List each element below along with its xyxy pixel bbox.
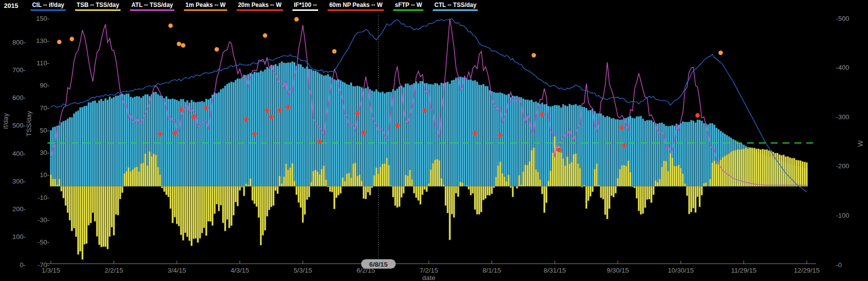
- tsb-bar[interactable]: [386, 158, 387, 187]
- tsb-bar[interactable]: [124, 173, 125, 186]
- tsb-bar[interactable]: [69, 187, 71, 221]
- tsb-bar[interactable]: [716, 164, 717, 187]
- ctl-bar[interactable]: [634, 118, 635, 186]
- tsb-bar[interactable]: [153, 153, 155, 186]
- tsb-bar[interactable]: [419, 187, 421, 205]
- ctl-bar[interactable]: [688, 122, 690, 187]
- tsb-bar[interactable]: [795, 160, 797, 187]
- tsb-bar[interactable]: [581, 187, 583, 187]
- ctl-bar[interactable]: [609, 117, 610, 186]
- tsb-bar[interactable]: [545, 187, 547, 203]
- tsb-bar[interactable]: [779, 154, 780, 186]
- tsb-bar[interactable]: [655, 181, 656, 187]
- ctl-bar[interactable]: [306, 67, 308, 187]
- tsb-bar[interactable]: [145, 154, 146, 187]
- tsb-bar[interactable]: [58, 179, 60, 187]
- ctl-bar[interactable]: [348, 85, 350, 187]
- tsb-bar[interactable]: [369, 187, 371, 195]
- ctl-bar[interactable]: [212, 95, 213, 187]
- tsb-bar[interactable]: [709, 179, 711, 187]
- ctl-bar[interactable]: [67, 119, 68, 186]
- tsb-bar[interactable]: [315, 170, 316, 187]
- ctl-bar[interactable]: [445, 83, 446, 187]
- ctl-bar[interactable]: [373, 92, 375, 187]
- tsb-bar[interactable]: [220, 187, 222, 205]
- tsb-bar[interactable]: [155, 155, 157, 187]
- tsb-bar[interactable]: [165, 187, 167, 195]
- tsb-bar[interactable]: [466, 185, 467, 186]
- tsb-bar[interactable]: [718, 162, 719, 187]
- ctl-bar[interactable]: [251, 74, 253, 187]
- tsb-bar[interactable]: [567, 156, 568, 186]
- ctl-bar[interactable]: [243, 75, 245, 186]
- peak-dot-1m[interactable]: [177, 42, 181, 46]
- tsb-bar[interactable]: [105, 187, 106, 247]
- ctl-bar[interactable]: [273, 65, 274, 187]
- tsb-bar[interactable]: [680, 168, 681, 187]
- ctl-bar[interactable]: [466, 79, 467, 186]
- ctl-bar[interactable]: [262, 72, 264, 187]
- tsb-bar[interactable]: [399, 187, 400, 207]
- tsb-bar[interactable]: [384, 163, 385, 186]
- tsb-bar[interactable]: [96, 187, 98, 236]
- tsb-bar[interactable]: [470, 187, 471, 195]
- ctl-bar[interactable]: [224, 86, 226, 186]
- peak-dot-20m[interactable]: [696, 113, 700, 118]
- tsb-bar[interactable]: [323, 166, 325, 187]
- tsb-bar[interactable]: [676, 166, 677, 187]
- tsb-bar[interactable]: [226, 187, 228, 220]
- tsb-bar[interactable]: [142, 163, 144, 187]
- tsb-bar[interactable]: [363, 187, 365, 199]
- ctl-bar[interactable]: [325, 75, 327, 186]
- tsb-bar[interactable]: [390, 186, 392, 187]
- ctl-bar[interactable]: [649, 120, 650, 186]
- tsb-bar[interactable]: [613, 187, 614, 197]
- ctl-bar[interactable]: [80, 107, 81, 187]
- tsb-bar[interactable]: [602, 187, 604, 199]
- ctl-bar[interactable]: [229, 83, 230, 187]
- ctl-bar[interactable]: [249, 73, 251, 187]
- ctl-bar[interactable]: [485, 86, 486, 186]
- tsb-bar[interactable]: [533, 147, 535, 187]
- ctl-bar[interactable]: [88, 102, 89, 187]
- ctl-bar[interactable]: [646, 120, 648, 187]
- tsb-bar[interactable]: [428, 184, 429, 187]
- tsb-bar[interactable]: [701, 187, 703, 195]
- ctl-bar[interactable]: [258, 72, 259, 186]
- tsb-bar[interactable]: [430, 170, 432, 187]
- tsb-bar[interactable]: [407, 176, 409, 187]
- tsb-bar[interactable]: [206, 187, 207, 236]
- tsb-bar[interactable]: [432, 163, 434, 187]
- ctl-bar[interactable]: [281, 62, 283, 187]
- tsb-bar[interactable]: [235, 187, 236, 202]
- tsb-bar[interactable]: [109, 187, 110, 237]
- tsb-bar[interactable]: [172, 187, 173, 223]
- ctl-bar[interactable]: [590, 110, 591, 187]
- legend-item-tsb[interactable]: TSB -- TSS/day: [75, 1, 121, 11]
- tsb-bar[interactable]: [453, 187, 455, 218]
- tsb-bar[interactable]: [791, 158, 793, 187]
- ctl-bar[interactable]: [699, 120, 701, 186]
- tsb-bar[interactable]: [321, 169, 323, 186]
- tsb-bar[interactable]: [495, 177, 496, 187]
- tsb-bar[interactable]: [459, 182, 461, 186]
- ctl-bar[interactable]: [204, 102, 205, 187]
- tsb-bar[interactable]: [310, 182, 312, 187]
- tsb-bar[interactable]: [787, 156, 788, 186]
- tsb-bar[interactable]: [520, 185, 522, 187]
- tsb-bar[interactable]: [372, 187, 373, 188]
- tsb-bar[interactable]: [159, 175, 161, 187]
- ctl-bar[interactable]: [583, 107, 585, 187]
- tsb-bar[interactable]: [755, 149, 757, 187]
- tsb-bar[interactable]: [770, 151, 772, 187]
- ctl-bar[interactable]: [636, 117, 637, 187]
- ctl-bar[interactable]: [483, 84, 484, 186]
- tsb-bar[interactable]: [409, 170, 411, 186]
- tsb-bar[interactable]: [151, 156, 152, 187]
- tsb-bar[interactable]: [308, 187, 310, 197]
- ctl-bar[interactable]: [302, 67, 303, 187]
- tsb-bar[interactable]: [63, 187, 64, 198]
- tsb-bar[interactable]: [760, 149, 761, 186]
- ctl-bar[interactable]: [260, 71, 261, 187]
- ctl-bar[interactable]: [159, 95, 161, 186]
